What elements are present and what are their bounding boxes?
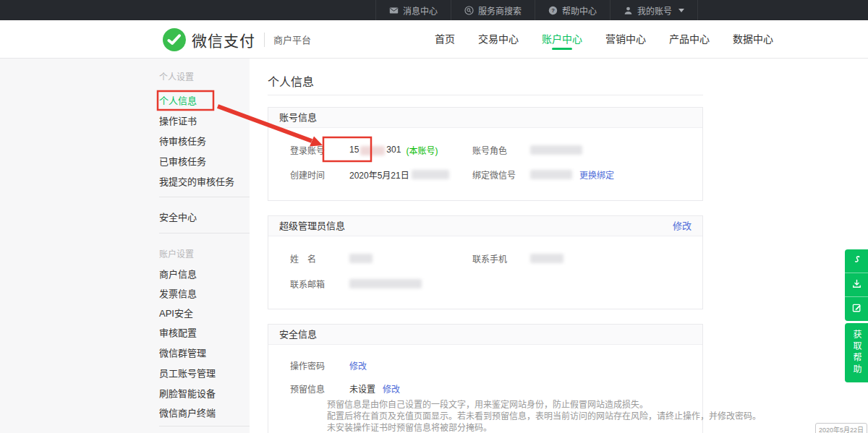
date-tooltip: 2020年5月22日 (815, 423, 867, 433)
super-admin-section: 超级管理员信息 修改 姓 名 联系手机 联系邮箱 (268, 215, 703, 309)
sidebar-item-invoice-info[interactable]: 发票信息 (159, 286, 250, 300)
admin-modify-link[interactable]: 修改 (673, 216, 692, 236)
logo-separator (264, 33, 265, 47)
portal-label: 商户平台 (273, 33, 311, 46)
sidebar-item-staff-account-mgmt[interactable]: 员工账号管理 (159, 366, 250, 380)
section-title: 账号信息 (279, 108, 317, 127)
nav-data-center[interactable]: 数据中心 (727, 20, 779, 59)
sidebar-item-my-submitted-tasks[interactable]: 我提交的审核任务 (159, 174, 250, 188)
description-line: 未安装操作证书时预留信息将被部分掩码。 (327, 422, 703, 433)
redacted-value (530, 145, 582, 155)
sidebar-group-account-settings: 账户设置 (159, 247, 250, 260)
link-icon (851, 254, 862, 268)
main-nav: 首页 交易中心 账户中心 营销中心 产品中心 数据中心 (429, 20, 791, 59)
quick-link-button[interactable] (845, 249, 868, 273)
redacted-value (349, 254, 373, 263)
user-icon (624, 6, 633, 15)
redacted-value (412, 170, 449, 179)
sidebar-item-wechat-merchant-terminal[interactable]: 微信商户终端 (159, 406, 250, 419)
logo-text: 微信支付 (192, 29, 255, 51)
admin-name-label: 姓 名 (290, 252, 328, 265)
sidebar-item-wechat-group-mgmt[interactable]: 微信群管理 (159, 346, 250, 359)
reserved-info-label: 预留信息 (290, 382, 328, 395)
security-info-header: 安全信息 (268, 325, 702, 345)
sidebar-item-review-config[interactable]: 审核配置 (159, 325, 250, 339)
bound-wechat-label: 绑定微信号 (472, 168, 530, 181)
description-line: 配置后将在首页及充值页面显示。若未看到预留信息，表明当前访问的网站存在风险，请终… (327, 411, 703, 422)
nav-account-center[interactable]: 账户中心 (536, 20, 588, 59)
question-circle-icon: ? (548, 6, 558, 15)
topbar-item-label: 帮助中心 (562, 4, 597, 17)
edit-icon (851, 302, 862, 316)
sidebar-item-reviewed-tasks[interactable]: 已审核任务 (159, 154, 250, 168)
login-account-row: 登录账号 15301 (本账号) (290, 144, 438, 156)
caret-down-icon (678, 9, 684, 12)
sidebar-item-personal-info[interactable]: 个人信息 (159, 93, 250, 107)
sidebar-item-operation-certificate[interactable]: 操作证书 (159, 113, 250, 127)
nav-home[interactable]: 首页 (429, 20, 461, 59)
admin-email-label: 联系邮箱 (290, 278, 328, 290)
sidebar-item-face-smart-device[interactable]: 刷脸智能设备 (159, 386, 250, 400)
nav-marketing-center[interactable]: 营销中心 (600, 20, 652, 59)
reserved-modify-link[interactable]: 修改 (383, 382, 400, 395)
title-divider (268, 95, 703, 95)
login-account-value: 15301 (349, 145, 401, 155)
sidebar-divider (159, 233, 250, 233)
wechat-pay-merchant-page: 消息中心 服务商搜索 ? 帮助中心 我的账号 微信支付 (0, 0, 868, 433)
bound-wechat-row: 绑定微信号 更换绑定 (472, 168, 614, 181)
nav-transaction-center[interactable]: 交易中心 (472, 20, 524, 59)
created-time-label: 创建时间 (290, 168, 328, 181)
account-role-row: 账号角色 (472, 144, 582, 156)
admin-name-row: 姓 名 (290, 252, 373, 265)
header: 微信支付 商户平台 首页 交易中心 账户中心 营销中心 产品中心 数据中心 (0, 20, 868, 59)
svg-text:?: ? (551, 7, 555, 14)
search-icon (464, 6, 474, 15)
created-time-value: 2020年5月21日 (349, 168, 409, 181)
topbar-item-sp-search[interactable]: 服务商搜索 (451, 0, 535, 20)
sidebar-group-personal-settings: 个人设置 (159, 70, 250, 82)
sidebar-item-merchant-info[interactable]: 商户信息 (159, 267, 250, 280)
operation-password-label: 操作密码 (290, 359, 328, 372)
rebind-link[interactable]: 更换绑定 (579, 168, 614, 181)
description-line: 预留信息是由你自己设置的一段文字，用来鉴定网站身份，防止假冒网站造成损失。 (327, 399, 703, 411)
float-icon-group (845, 249, 868, 321)
password-modify-link[interactable]: 修改 (349, 359, 367, 372)
topbar-item-my-account[interactable]: 我的账号 (610, 0, 698, 20)
redacted-value (349, 279, 422, 288)
reserved-info-status: 未设置 (349, 382, 375, 395)
topbar: 消息中心 服务商搜索 ? 帮助中心 我的账号 (0, 0, 868, 20)
admin-phone-row: 联系手机 (472, 252, 563, 265)
admin-email-row: 联系邮箱 (290, 278, 422, 290)
account-info-header: 账号信息 (268, 108, 702, 128)
admin-phone-label: 联系手机 (472, 252, 530, 265)
topbar-item-label: 服务商搜索 (478, 4, 522, 17)
logo[interactable]: 微信支付 商户平台 (163, 20, 311, 59)
download-icon (851, 278, 862, 292)
topbar-item-label: 我的账号 (637, 4, 672, 17)
topbar-item-label: 消息中心 (403, 4, 438, 17)
nav-product-center[interactable]: 产品中心 (663, 20, 715, 59)
envelope-icon (389, 6, 399, 15)
topbar-item-help-center[interactable]: ? 帮助中心 (535, 0, 610, 20)
sidebar-item-pending-review-tasks[interactable]: 待审核任务 (159, 134, 250, 147)
topbar-item-message-center[interactable]: 消息中心 (375, 0, 451, 20)
current-account-tag: (本账号) (406, 144, 438, 156)
download-button[interactable] (845, 273, 868, 297)
super-admin-header: 超级管理员信息 修改 (268, 216, 702, 236)
redacted-value (530, 254, 563, 263)
section-title: 超级管理员信息 (279, 216, 345, 236)
created-time-row: 创建时间 2020年5月21日 (290, 168, 449, 181)
wechat-pay-logo-icon (163, 28, 186, 51)
account-info-section: 账号信息 登录账号 15301 (本账号) 账号角色 创建时间 2020年5月2… (268, 107, 703, 201)
float-help-rail: 获取帮助 (845, 249, 868, 382)
feedback-button[interactable] (845, 297, 868, 321)
page-title: 个人信息 (268, 72, 314, 90)
account-role-label: 账号角色 (472, 144, 530, 156)
redacted-value (360, 146, 385, 155)
get-help-button[interactable]: 获取帮助 (845, 323, 868, 382)
sidebar-item-security-center[interactable]: 安全中心 (159, 210, 250, 223)
login-account-label: 登录账号 (290, 144, 328, 156)
reserved-info-description: 预留信息是由你自己设置的一段文字，用来鉴定网站身份，防止假冒网站造成损失。 配置… (327, 399, 703, 433)
sidebar-item-api-security[interactable]: API安全 (159, 306, 250, 320)
sidebar-divider (159, 197, 250, 197)
